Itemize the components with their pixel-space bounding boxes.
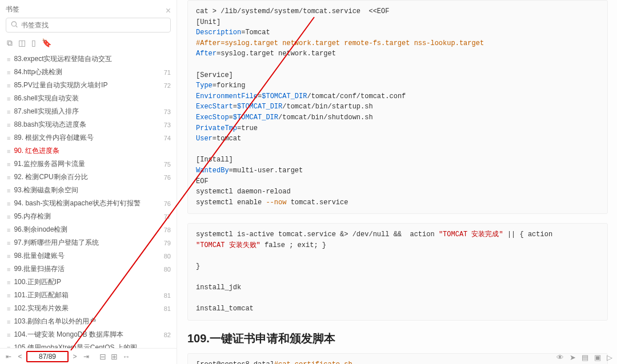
document-heading: 109.一键证书申请和颁发脚本 <box>187 331 608 346</box>
visibility-icon[interactable]: 👁 <box>556 353 564 362</box>
bookmark-item[interactable]: ≡90. 红色进度条 <box>0 144 177 157</box>
page-indicator[interactable]: 87/89 <box>26 351 69 362</box>
bookmark-icon: ≡ <box>7 135 10 141</box>
bookmark-label: 83.expect实现远程登陆自动交互 <box>14 54 112 64</box>
nav-first-button[interactable]: ⇤ <box>3 353 14 361</box>
code-block-3: [root@centos8 data]#cat certificate.sh #… <box>187 353 608 364</box>
bookmark-item[interactable]: ≡86.shell实现自动安装 <box>0 92 177 105</box>
bookmark-item[interactable]: ≡92. 检测CPU剩余百分比76 <box>0 171 177 184</box>
bookmark-item[interactable]: ≡87.shell实现插入排序73 <box>0 105 177 118</box>
layout-icon[interactable]: ▣ <box>594 353 601 362</box>
bookmark-icon: ≡ <box>7 227 10 233</box>
bookmark-label: 105.使用mobaXtrem显示CentOS 上的图形工具 <box>14 343 145 348</box>
bookmark-item[interactable]: ≡96.剩余inode检测78 <box>0 223 177 236</box>
nav-next-button[interactable]: > <box>70 353 80 361</box>
bookmark-item[interactable]: ≡84.http心跳检测71 <box>0 66 177 79</box>
bookmark-search-input[interactable] <box>6 18 171 33</box>
bookmark-icon: ≡ <box>7 82 10 89</box>
bookmark-icon: ≡ <box>7 213 10 220</box>
bookmark-label: 90. 红色进度条 <box>14 146 59 156</box>
bookmark-item[interactable]: ≡98.批量创建账号80 <box>0 249 177 262</box>
bookmark-icon: ≡ <box>7 69 10 76</box>
bookmark-label: 87.shell实现插入排序 <box>14 107 78 116</box>
bookmark-label: 84.http心跳检测 <box>14 67 62 77</box>
bookmark-item[interactable]: ≡85.PV过量自动实现防火墙封IP72 <box>0 79 177 92</box>
bookmark-icon: ≡ <box>7 305 10 312</box>
bookmark-item[interactable]: ≡97.判断哪些用户登陆了系统79 <box>0 236 177 249</box>
sidebar-toolbar: ⧉ ◫ ▯ 🔖 <box>6 36 171 50</box>
bookmark-label: 96.剩余inode检测 <box>14 225 67 234</box>
bookmark-item[interactable]: ≡83.expect实现远程登陆自动交互 <box>0 52 177 66</box>
bookmark-page: 81 <box>164 292 171 299</box>
bookmark-item[interactable]: ≡91.监控服务器网卡流量75 <box>0 157 177 171</box>
bookmark-label: 99.批量扫描存活 <box>14 264 65 274</box>
bookmark-page: 71 <box>164 69 171 76</box>
sidebar-footer: ⇤ < 87/89 > ⇥ ⊟ ⊞ ↔ <box>0 348 177 364</box>
bookmark-item[interactable]: ≡102.实现布片效果81 <box>0 302 177 315</box>
nav-last-button[interactable]: ⇥ <box>81 353 91 361</box>
bookmark-icon: ≡ <box>7 279 10 286</box>
bookmark-page: 73 <box>164 122 171 128</box>
bookmark-page: 79 <box>164 240 171 246</box>
bookmark-page: 73 <box>164 108 171 115</box>
bookmark-item[interactable]: ≡105.使用mobaXtrem显示CentOS 上的图形工具 <box>0 341 177 348</box>
zoom-out-button[interactable]: ⊟ <box>99 352 106 361</box>
bookmark-label: 88.bash实现动态进度条 <box>14 120 86 130</box>
bookmark-page: 78 <box>164 227 171 233</box>
bookmark-label: 101.正则匹配邮箱 <box>14 290 68 300</box>
bookmark-list[interactable]: ≡83.expect实现远程登陆自动交互≡84.http心跳检测71≡85.PV… <box>0 50 177 348</box>
zoom-in-button[interactable]: ⊞ <box>111 352 118 361</box>
bookmark-item[interactable]: ≡94. bash-实现检测apache状态并钉钉报警76 <box>0 197 177 210</box>
bookmark-icon: ≡ <box>7 200 10 207</box>
bookmark-sidebar: 书签 × ⧉ ◫ ▯ 🔖 ≡83.expect实现远程登陆自动交互≡84.htt… <box>0 0 177 364</box>
svg-point-0 <box>11 22 16 26</box>
bookmark-page: 80 <box>164 266 171 273</box>
bookmark-item[interactable]: ≡89. 根据文件内容创建账号74 <box>0 131 177 144</box>
bookmark-page: 72 <box>164 82 171 89</box>
bookmark-item[interactable]: ≡99.批量扫描存活80 <box>0 262 177 276</box>
bookmark-icon: ≡ <box>7 148 10 155</box>
bookmark-icon: ≡ <box>7 253 10 260</box>
bookmark-label: 92. 检测CPU剩余百分比 <box>14 172 87 182</box>
bookmark-icon: ≡ <box>7 240 10 246</box>
bookmark-page: 76 <box>164 200 171 207</box>
page-icon[interactable]: ▤ <box>582 353 588 362</box>
sidebar-title: 书签 <box>6 3 19 18</box>
search-icon <box>10 21 18 30</box>
bookmark-item[interactable]: ≡88.bash实现动态进度条73 <box>0 118 177 131</box>
play-icon[interactable]: ▷ <box>607 353 612 362</box>
tool-icon-4[interactable]: 🔖 <box>42 38 51 48</box>
bookmark-page: 82 <box>164 331 171 338</box>
bookmark-icon: ≡ <box>7 122 10 128</box>
bookmark-label: 89. 根据文件内容创建账号 <box>14 133 94 143</box>
bookmark-icon: ≡ <box>7 187 10 194</box>
fit-button[interactable]: ↔ <box>122 352 130 361</box>
arrow-icon[interactable]: ➤ <box>570 353 576 362</box>
bookmark-label: 93.检测磁盘剩余空间 <box>14 185 78 195</box>
bookmark-label: 94. bash-实现检测apache状态并钉钉报警 <box>14 199 140 208</box>
tool-icon-1[interactable]: ⧉ <box>7 38 13 48</box>
sidebar-close-button[interactable]: × <box>166 6 171 16</box>
bookmark-item[interactable]: ≡103.剔除白名单以外的用户 <box>0 315 177 328</box>
bookmark-page: 80 <box>164 253 171 260</box>
bookmark-icon: ≡ <box>7 174 10 181</box>
nav-prev-button[interactable]: < <box>15 353 25 361</box>
bookmark-page: 77 <box>164 213 171 220</box>
tool-icon-3[interactable]: ▯ <box>31 38 36 48</box>
bookmark-label: 103.剔除白名单以外的用户 <box>14 317 95 326</box>
tool-icon-2[interactable]: ◫ <box>18 38 26 48</box>
status-bar-right: 👁 ➤ ▤ ▣ ▷ <box>556 353 612 362</box>
bookmark-icon: ≡ <box>7 331 10 338</box>
bookmark-icon: ≡ <box>7 161 10 168</box>
bookmark-icon: ≡ <box>7 292 10 299</box>
bookmark-icon: ≡ <box>7 318 10 325</box>
bookmark-item[interactable]: ≡104.一键安装 MongoDB 数据库脚本82 <box>0 328 177 341</box>
bookmark-label: 85.PV过量自动实现防火墙封IP <box>14 80 107 90</box>
bookmark-item[interactable]: ≡100.正则匹配IP <box>0 276 177 289</box>
bookmark-item[interactable]: ≡95.内存检测77 <box>0 210 177 223</box>
bookmark-label: 91.监控服务器网卡流量 <box>14 159 85 169</box>
document-main[interactable]: cat > /lib/systemd/system/tomcat.service… <box>177 0 617 364</box>
bookmark-label: 104.一键安装 MongoDB 数据库脚本 <box>14 330 123 339</box>
bookmark-item[interactable]: ≡101.正则匹配邮箱81 <box>0 289 177 302</box>
bookmark-item[interactable]: ≡93.检测磁盘剩余空间 <box>0 184 177 197</box>
